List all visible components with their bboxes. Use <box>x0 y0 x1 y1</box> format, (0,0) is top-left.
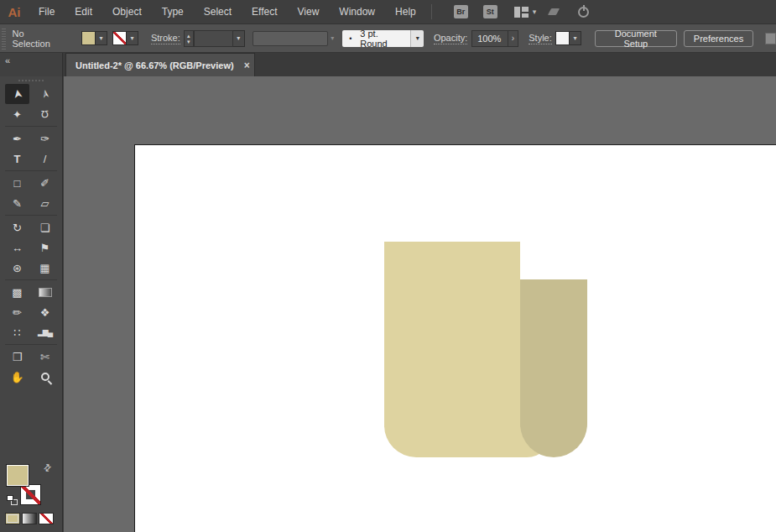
selection-tool-icon: ➤ <box>11 88 24 100</box>
width-profile-chevron-down-icon: ▾ <box>331 34 334 42</box>
lasso-tool[interactable]: Ω <box>33 104 57 124</box>
caret-up-icon[interactable]: ▴ <box>187 33 190 39</box>
curvature-tool[interactable]: ✑ <box>33 128 57 149</box>
shaper-tool[interactable]: ✎ <box>5 193 29 213</box>
brush-definition-value: 3 pt. Round <box>360 29 402 49</box>
workspace-switcher-icon[interactable] <box>514 7 529 18</box>
stroke-label[interactable]: Stroke: <box>151 33 180 44</box>
menu-edit[interactable]: Edit <box>65 0 102 24</box>
folded-paper-shape-back[interactable] <box>520 279 587 457</box>
rotate-tool[interactable]: ↻ <box>5 217 29 237</box>
tools-panel: ➤ ➢ ✦ Ω ✒ ✑ T / □ ✐ ✎ ▱ ↻ ❏ ↔ <box>0 76 63 532</box>
slice-tool[interactable]: ✄ <box>33 347 57 367</box>
hand-tool-icon: ✋ <box>10 372 23 383</box>
menu-file[interactable]: File <box>29 0 65 24</box>
magic-wand-tool[interactable]: ✦ <box>5 104 29 124</box>
brush-chevron-down-icon[interactable]: ▾ <box>410 30 423 47</box>
menu-select[interactable]: Select <box>194 0 242 24</box>
gradient-tool[interactable] <box>33 282 57 302</box>
blend-tool[interactable]: ❖ <box>33 302 57 322</box>
pen-tool[interactable]: ✒ <box>5 128 29 149</box>
fill-indicator[interactable] <box>6 464 29 487</box>
style-swatch[interactable] <box>555 31 570 45</box>
folded-paper-shape-front[interactable] <box>384 242 520 457</box>
workspace-chevron-down-icon[interactable]: ▾ <box>533 8 537 16</box>
stroke-chevron-down-icon[interactable]: ▾ <box>127 31 138 45</box>
menu-object[interactable]: Object <box>102 0 152 24</box>
mesh-tool[interactable]: ▩ <box>5 282 29 302</box>
rectangle-tool[interactable]: □ <box>5 173 29 193</box>
menu-help[interactable]: Help <box>385 0 426 24</box>
default-fill-stroke-icon[interactable] <box>7 495 18 505</box>
stroke-indicator[interactable] <box>20 484 41 505</box>
document-setup-button[interactable]: Document Setup <box>595 30 677 47</box>
document-tab[interactable]: Untitled-2* @ 66.67% (RGB/Preview) × <box>65 53 255 76</box>
stroke-color-swatch[interactable] <box>112 31 127 45</box>
eyedropper-tool[interactable]: ✏ <box>5 302 29 322</box>
stroke-weight-chevron-down-icon[interactable]: ▾ <box>233 30 245 47</box>
panel-grip[interactable] <box>18 80 44 81</box>
none-button[interactable] <box>39 513 54 524</box>
fill-chevron-down-icon[interactable]: ▾ <box>96 31 107 45</box>
menu-view[interactable]: View <box>288 0 330 24</box>
artboard-tool[interactable]: ❒ <box>5 347 29 367</box>
menu-window[interactable]: Window <box>329 0 385 24</box>
width-tool-icon: ↔ <box>12 243 23 253</box>
menu-divider <box>431 4 432 19</box>
column-graph-tool[interactable]: ▂▆▄ <box>33 322 57 342</box>
stroke-weight-stepper[interactable]: ▴ ▾ <box>184 30 194 47</box>
width-tool[interactable]: ↔ <box>5 237 29 258</box>
eraser-tool[interactable]: ▱ <box>33 193 57 213</box>
touch-hand-icon <box>548 8 560 15</box>
direct-selection-tool-icon: ➢ <box>39 88 52 100</box>
app-logo: Ai <box>0 5 29 19</box>
zoom-tool[interactable] <box>33 367 57 387</box>
line-segment-tool[interactable]: / <box>33 149 57 169</box>
opacity-label[interactable]: Opacity: <box>434 33 467 44</box>
fill-stroke-block: ⇄ <box>0 461 63 532</box>
stroke-weight-dropdown[interactable] <box>194 30 233 47</box>
blend-tool-icon: ❖ <box>40 307 50 318</box>
control-bar-grip[interactable] <box>2 28 6 50</box>
hand-tool[interactable]: ✋ <box>5 367 29 387</box>
collapse-panel-icon[interactable]: « <box>5 55 10 65</box>
gradient-button[interactable] <box>22 513 37 524</box>
selection-status: No Selection <box>13 29 60 49</box>
tool-separator <box>5 126 57 127</box>
control-bar: No Selection ▾ ▾ Stroke: ▴ ▾ ▾ ▾ • 3 pt.… <box>0 24 776 53</box>
style-chevron-down-icon[interactable]: ▾ <box>570 31 581 45</box>
scale-tool[interactable]: ❏ <box>33 217 57 237</box>
paintbrush-tool[interactable]: ✐ <box>33 173 57 193</box>
rotate-tool-icon: ↻ <box>13 222 22 233</box>
bridge-icon[interactable]: Br <box>454 5 468 18</box>
perspective-grid-tool-icon: ▦ <box>39 263 49 274</box>
perspective-grid-tool[interactable]: ▦ <box>33 258 57 278</box>
shape-builder-tool-icon: ⊛ <box>13 263 22 274</box>
caret-down-icon[interactable]: ▾ <box>187 39 190 44</box>
shape-builder-tool[interactable]: ⊛ <box>5 258 29 278</box>
puppet-warp-tool[interactable]: ⚑ <box>33 237 57 258</box>
tab-close-icon[interactable]: × <box>244 60 250 71</box>
eraser-tool-icon: ▱ <box>41 198 49 209</box>
curvature-tool-icon: ✑ <box>40 133 49 144</box>
panel-dock-icon[interactable] <box>765 33 776 44</box>
swap-fill-stroke-icon[interactable]: ⇄ <box>41 462 55 475</box>
fill-color-swatch[interactable] <box>81 31 96 45</box>
selection-tool[interactable]: ➤ <box>5 84 29 104</box>
direct-selection-tool[interactable]: ➢ <box>33 84 57 104</box>
line-segment-tool-icon: / <box>44 154 47 164</box>
touch-workspace-power-icon[interactable] <box>578 7 589 18</box>
symbol-sprayer-tool[interactable]: ∷ <box>5 322 29 342</box>
preferences-button[interactable]: Preferences <box>684 30 753 47</box>
menu-effect[interactable]: Effect <box>242 0 287 24</box>
color-type-row <box>5 513 54 524</box>
style-label[interactable]: Style: <box>529 33 552 44</box>
stock-icon[interactable]: St <box>483 5 497 18</box>
brush-definition-dropdown[interactable]: • 3 pt. Round <box>342 30 410 47</box>
artboard-tool-icon: ❒ <box>13 352 23 362</box>
menu-type[interactable]: Type <box>152 0 194 24</box>
opacity-input[interactable]: 100% <box>471 30 508 47</box>
type-tool[interactable]: T <box>5 149 29 169</box>
opacity-arrow-icon[interactable]: › <box>508 30 519 47</box>
color-button[interactable] <box>5 513 20 524</box>
